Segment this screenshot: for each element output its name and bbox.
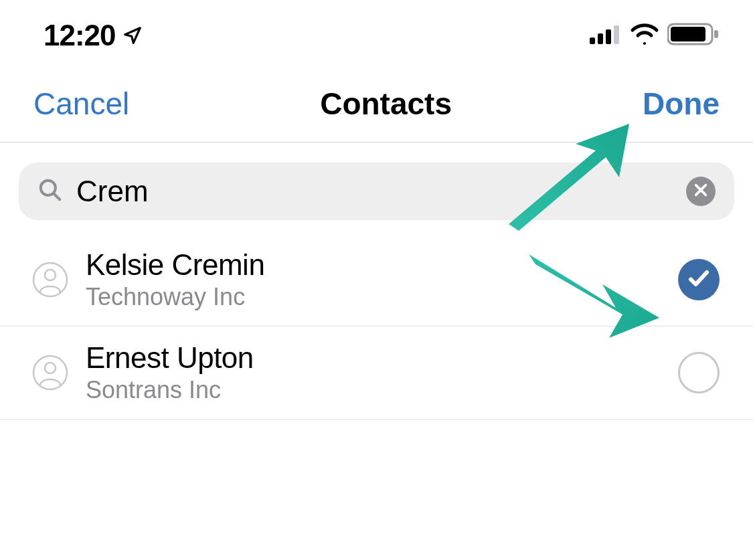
svg-line-8 [54, 193, 60, 200]
svg-rect-1 [598, 33, 603, 44]
contact-row[interactable]: Ernest Upton Sontrans Inc [0, 326, 753, 419]
cancel-button[interactable]: Cancel [33, 86, 129, 122]
avatar-icon [32, 262, 68, 298]
page-title: Contacts [320, 86, 452, 122]
signal-icon [590, 24, 622, 47]
status-left: 12:20 [44, 19, 143, 52]
close-icon [693, 183, 708, 200]
contact-info: Kelsie Cremin Technoway Inc [86, 248, 661, 311]
svg-rect-0 [590, 37, 595, 44]
clear-search-button[interactable] [686, 177, 716, 206]
svg-rect-3 [614, 25, 619, 44]
checkmark-icon [687, 266, 711, 293]
contact-row[interactable]: Kelsie Cremin Technoway Inc [0, 234, 753, 326]
status-time: 12:20 [44, 19, 116, 52]
status-bar: 12:20 [0, 0, 753, 59]
search-field[interactable] [19, 163, 734, 220]
svg-point-14 [45, 363, 56, 373]
svg-point-12 [45, 270, 56, 280]
nav-bar: Cancel Contacts Done [0, 59, 753, 143]
status-right [590, 22, 720, 49]
location-icon [122, 19, 143, 52]
search-input[interactable] [76, 175, 673, 208]
svg-rect-2 [606, 29, 611, 44]
contact-company: Sontrans Inc [86, 376, 661, 404]
contact-name: Ernest Upton [86, 341, 661, 375]
contact-name: Kelsie Cremin [86, 248, 661, 282]
battery-icon [667, 22, 720, 49]
svg-rect-6 [714, 30, 718, 38]
selection-checkbox[interactable] [678, 259, 720, 300]
contact-company: Technoway Inc [86, 283, 661, 311]
search-icon [37, 177, 63, 205]
contact-info: Ernest Upton Sontrans Inc [86, 341, 661, 404]
selection-checkbox[interactable] [678, 352, 720, 393]
avatar-icon [32, 355, 68, 391]
done-button[interactable]: Done [643, 86, 720, 122]
wifi-icon [630, 23, 659, 48]
svg-rect-5 [671, 27, 705, 41]
search-container [0, 143, 753, 234]
